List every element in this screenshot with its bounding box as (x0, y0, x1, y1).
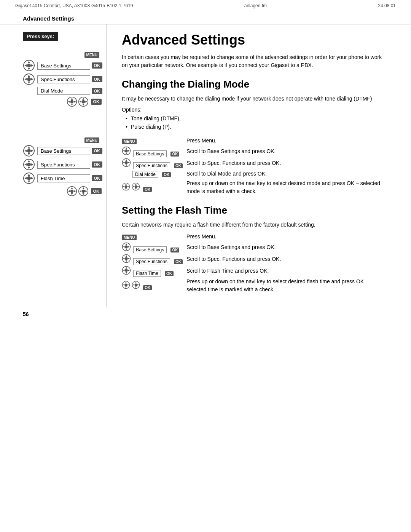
nav-up-icon-2 (67, 186, 77, 197)
nav-icon-instr-1 (122, 146, 131, 155)
svg-point-55 (125, 149, 128, 152)
instr-text-dual-2: Press up or down on the navi key to sele… (186, 278, 388, 295)
section2-keys: MENU Base Settings OK (23, 137, 102, 197)
base-settings-key-row-1: Base Settings OK (23, 59, 102, 72)
instr-row-spec-1: Spec.Functions OK Scroll to Spec. Functi… (122, 158, 388, 170)
svg-marker-106 (133, 284, 134, 286)
svg-marker-62 (126, 159, 127, 161)
svg-point-61 (125, 161, 128, 164)
svg-marker-2 (28, 61, 30, 63)
right-column: Advanced Settings In certain cases you m… (107, 24, 396, 307)
svg-marker-71 (127, 186, 129, 187)
instr-row-base-2: Base Settings OK Scroll to Base Settings… (122, 242, 388, 254)
svg-marker-41 (31, 177, 33, 179)
instr-text-spec-2: Scroll to Spec. Functions and press OK. (186, 254, 388, 266)
instr-row-menu-2: MENU Press Menu. (122, 233, 388, 242)
section2-instructions: MENU Press Menu. Base Settings OK (122, 233, 388, 295)
instr-row-base-1: Base Settings OK Scroll to Base Settings… (122, 146, 388, 158)
svg-marker-9 (28, 81, 30, 84)
svg-point-73 (135, 185, 137, 188)
svg-point-37 (27, 176, 31, 180)
svg-marker-69 (125, 188, 127, 190)
svg-point-97 (125, 284, 127, 286)
svg-marker-86 (126, 255, 127, 257)
svg-marker-17 (74, 101, 76, 102)
svg-marker-98 (125, 282, 127, 283)
page-number: 56 (23, 311, 29, 317)
instr-key-dual-2: OK (122, 278, 186, 295)
header-right: 24.08.01 (378, 3, 396, 8)
left-column: Press keys: MENU Base Settings (15, 24, 107, 307)
header: Gigaset 4015 Comfort, USA, A31008-G4015-… (0, 0, 411, 11)
svg-marker-50 (82, 187, 84, 189)
svg-point-13 (70, 100, 73, 104)
svg-marker-89 (128, 258, 130, 260)
nav-icon-instr-2 (122, 158, 131, 167)
svg-marker-99 (125, 286, 127, 288)
nav-icon-4 (23, 158, 35, 171)
spec-functions-key-row-1: Spec.Functions OK (23, 73, 102, 85)
instr-key-dual-1: OK (122, 179, 186, 197)
main-layout: Press keys: MENU Base Settings (0, 24, 411, 307)
svg-marker-100 (123, 284, 124, 286)
base-settings-label-1: Base Settings (37, 62, 90, 70)
svg-marker-87 (126, 260, 127, 262)
svg-marker-40 (24, 177, 27, 179)
ok-badge-1: OK (92, 62, 103, 69)
svg-marker-5 (31, 64, 33, 67)
svg-marker-83 (128, 246, 130, 248)
svg-marker-93 (126, 272, 127, 274)
svg-marker-104 (135, 282, 137, 283)
nav-down-icon-1 (78, 96, 89, 107)
svg-marker-39 (28, 181, 30, 183)
instr-text-menu-2: Press Menu. (186, 233, 388, 242)
svg-marker-101 (127, 284, 129, 286)
instr-key-dial: Dial Mode OK (122, 170, 186, 179)
header-center: anlagen.fm (244, 3, 267, 8)
menu-badge-1: MENU (84, 52, 99, 58)
svg-marker-75 (135, 188, 137, 190)
ok-badge-3: OK (92, 88, 103, 94)
navi-dual-1: OK (67, 96, 102, 107)
svg-marker-70 (123, 186, 124, 187)
svg-marker-15 (71, 104, 73, 105)
nav-icon-3 (23, 145, 35, 157)
nav-icon-2 (23, 73, 35, 85)
ok-badge-6: OK (92, 161, 103, 168)
spec-functions-label-1: Spec.Functions (37, 75, 90, 83)
svg-point-1 (27, 64, 31, 67)
svg-point-79 (125, 245, 128, 248)
instr-text-base-1: Scroll to Base Settings and press OK. (186, 146, 388, 158)
ok-badge-8: OK (91, 188, 102, 194)
svg-marker-88 (123, 258, 125, 260)
instr-row-spec-2: Spec.Functions OK Scroll to Spec. Functi… (122, 254, 388, 266)
menu-badge-2: MENU (84, 137, 99, 143)
svg-marker-3 (28, 68, 30, 70)
svg-marker-44 (71, 187, 73, 189)
svg-marker-76 (133, 186, 134, 187)
svg-marker-53 (85, 190, 87, 192)
instr-row-dial: Dial Mode OK Scroll to Dial Mode and pre… (122, 170, 388, 179)
ok-badge-7: OK (92, 175, 103, 181)
bullet-item-1: Tone dialing (DTMF), (126, 114, 388, 123)
svg-marker-16 (68, 101, 70, 102)
press-keys-label: Press keys: (23, 32, 58, 41)
svg-marker-105 (135, 286, 137, 288)
svg-marker-52 (79, 190, 81, 192)
svg-marker-82 (123, 246, 125, 248)
svg-marker-57 (126, 152, 127, 154)
nav-icon-5 (23, 172, 35, 184)
navi-dual-row-1: OK (23, 96, 102, 107)
intro-text: In certain cases you may be required to … (122, 53, 388, 69)
svg-marker-77 (137, 186, 139, 187)
svg-marker-29 (31, 150, 33, 152)
header-left: Gigaset 4015 Comfort, USA, A31008-G4015-… (15, 3, 133, 8)
svg-marker-47 (74, 190, 76, 192)
nav-icon-1 (23, 59, 35, 72)
svg-point-43 (70, 190, 73, 193)
svg-marker-81 (126, 248, 127, 250)
menu-key-row-2: MENU (23, 137, 102, 143)
instr-key-base-1: Base Settings OK (122, 146, 186, 158)
svg-point-31 (27, 163, 31, 166)
instr-text-dial: Scroll to Dial Mode and press OK. (186, 170, 388, 179)
